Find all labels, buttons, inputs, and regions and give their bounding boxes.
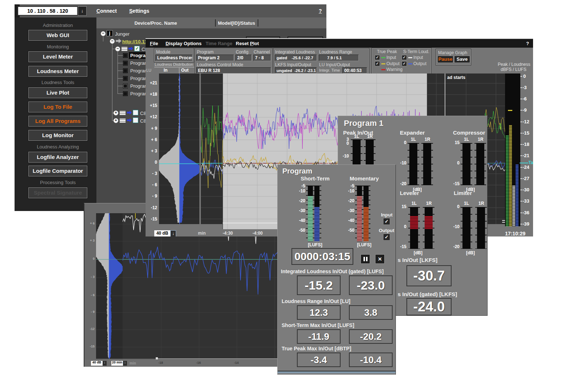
tree-stub bbox=[118, 86, 123, 86]
program-icon bbox=[123, 61, 127, 65]
tree-expander-c8092[interactable]: + bbox=[114, 111, 118, 115]
channel-label: 1L bbox=[411, 137, 416, 142]
output-checkbox[interactable]: ✓ bbox=[383, 234, 390, 240]
save-button[interactable]: Save bbox=[454, 56, 470, 63]
right-tick: -18 bbox=[523, 142, 529, 147]
channel-label: 1R bbox=[478, 201, 484, 206]
true-peak-title: True Peak bbox=[377, 49, 397, 54]
right-tick-dash bbox=[520, 122, 522, 122]
st-output-checkbox[interactable]: ✓ bbox=[402, 61, 407, 66]
leveler-meter-1r bbox=[423, 207, 434, 249]
lkfs-io-label: LKFS Input/Output bbox=[275, 62, 311, 67]
plot-clock: 17:10:29 bbox=[505, 231, 525, 236]
right-tick-dash bbox=[520, 76, 522, 77]
module-label: Module bbox=[156, 49, 170, 55]
tree-expander-url[interactable]: − bbox=[110, 39, 115, 44]
limiter-label: Limiter bbox=[454, 190, 472, 196]
ip-address-input[interactable] bbox=[17, 6, 78, 16]
plot-help-button[interactable]: ? bbox=[526, 41, 529, 46]
right-tick: -21 bbox=[523, 153, 529, 158]
target-line bbox=[520, 163, 528, 163]
tp-input-color bbox=[381, 57, 385, 58]
close-meter-button[interactable]: ✕ bbox=[375, 254, 385, 264]
right-axis-title2: dBFS / LUFS bbox=[501, 67, 527, 72]
lu-tick: - 6 bbox=[146, 183, 157, 187]
meter-tick: -10 bbox=[449, 224, 460, 229]
distribution-col-in: In bbox=[159, 68, 172, 73]
device-checkbox-c8491[interactable] bbox=[133, 118, 138, 123]
tp-output-checkbox[interactable]: ✓ bbox=[375, 61, 380, 66]
tree-expander-c8492[interactable]: − bbox=[115, 47, 120, 51]
sidebar-button-log-to-file[interactable]: Log To File bbox=[28, 102, 87, 112]
bg-scrollbar-handle[interactable] bbox=[156, 357, 158, 359]
blue-arrow-icon bbox=[127, 118, 132, 123]
plot-time-tick1: -4:30 bbox=[223, 231, 233, 236]
meter-tick: -20 bbox=[449, 244, 460, 249]
menu-settings[interactable]: Settings bbox=[129, 8, 149, 14]
row4-label: True Peak Max In/Out [dBTP] bbox=[282, 346, 351, 351]
sidebar-button-logfile-comparator[interactable]: Logfile Comparator bbox=[28, 166, 87, 176]
meter-bar-gray bbox=[512, 186, 515, 226]
bg-time-tick: -18 bbox=[158, 361, 163, 365]
menu-display-options[interactable]: Display Options bbox=[166, 41, 202, 46]
sidebar-button-logfile-analyzer[interactable]: Logfile Analyzer bbox=[28, 152, 87, 163]
ip-dropdown-button[interactable]: ↓ bbox=[78, 6, 87, 16]
bg-range-dropdown[interactable]: ↓ bbox=[123, 361, 127, 366]
st-tick: -50 bbox=[294, 228, 305, 233]
st-input-checkbox[interactable]: ✓ bbox=[402, 55, 407, 60]
sidebar-button-log-monitor[interactable]: Log Monitor bbox=[28, 130, 87, 141]
sidebar-section-administration: Administration bbox=[28, 23, 87, 28]
program-icon bbox=[123, 92, 127, 96]
mo-tick: -20 bbox=[343, 199, 354, 203]
input-checkbox[interactable]: ✓ bbox=[383, 218, 390, 225]
help-button[interactable]: ? bbox=[319, 8, 322, 14]
lu-tick: -15 bbox=[146, 217, 157, 222]
tree-item-junger[interactable]: Junger bbox=[115, 31, 130, 37]
menu-reset-plot[interactable]: Reset Plot bbox=[236, 41, 259, 46]
lu-unit-label: LU bbox=[146, 68, 151, 72]
sidebar-button-loudness-meter[interactable]: Loudness Meter bbox=[28, 66, 87, 77]
pause-button[interactable]: Pause bbox=[437, 56, 453, 63]
integrated-loudness-value: gated -25.6 / -22.7 bbox=[275, 55, 317, 61]
sidebar-section-monitoring: Monitoring bbox=[28, 44, 87, 49]
tp-input-checkbox[interactable]: ✓ bbox=[375, 55, 380, 60]
right-tick-dash bbox=[520, 224, 522, 224]
leveler-meter-1l bbox=[408, 207, 420, 249]
pause-meter-button[interactable] bbox=[361, 254, 370, 264]
sidebar-button-live-plot[interactable]: Live Plot bbox=[28, 87, 87, 98]
tree-expander-junger[interactable]: − bbox=[101, 31, 106, 36]
menu-connect[interactable]: Connect bbox=[96, 8, 117, 14]
limiter-meter-1r bbox=[475, 207, 487, 249]
bg-range-select[interactable]: 20 min bbox=[111, 361, 123, 366]
plot-scale-select[interactable]: 40 dB bbox=[154, 230, 170, 236]
st-tick: -20 bbox=[294, 199, 305, 203]
right-tick: -3 bbox=[523, 85, 527, 90]
row3-label: Short-Term Max In/Out [LUFS] bbox=[282, 323, 354, 328]
loudness-range-value: 7.9 / 5.1 bbox=[319, 55, 359, 61]
sidebar-button-web-gui[interactable]: Web GUI bbox=[28, 30, 87, 41]
meter-tick: -15 bbox=[449, 182, 460, 186]
bg-scale-select[interactable]: 40 dB bbox=[91, 361, 103, 366]
short-term-label: Short-Term bbox=[290, 176, 341, 182]
column-device-name: Device/Proc. Name bbox=[100, 21, 211, 26]
right-tick-dash bbox=[520, 110, 522, 111]
menu-file[interactable]: File bbox=[150, 41, 158, 46]
device-checkbox-c8492[interactable]: ✓ bbox=[134, 46, 140, 51]
tree-expander-c8491[interactable]: + bbox=[114, 118, 118, 123]
sidebar-button-log-all-programs[interactable]: Log All Programs bbox=[28, 116, 87, 127]
meter-tick: -10 bbox=[340, 154, 349, 159]
right-tick-dash bbox=[520, 167, 522, 168]
tp-output-label: Output bbox=[386, 61, 400, 66]
plot-scale-dropdown[interactable]: ↓ bbox=[170, 230, 176, 236]
bg-scale-dropdown[interactable]: ↓ bbox=[103, 361, 107, 366]
row1-in-value: -15.2 bbox=[297, 275, 341, 295]
sidebar-button-spectral-signature: Spectral Signature bbox=[28, 187, 87, 198]
program-icon bbox=[123, 69, 127, 73]
meter-mark bbox=[502, 222, 505, 223]
meter-tick: -20 bbox=[396, 182, 406, 186]
right-tick: -24 bbox=[523, 165, 529, 170]
lu-io-label: LU Input/Output bbox=[319, 62, 350, 67]
device-checkbox-c8092[interactable] bbox=[133, 110, 138, 115]
meter-tick: 0 bbox=[340, 141, 349, 146]
sidebar-button-level-meter[interactable]: Level Meter bbox=[28, 51, 87, 62]
